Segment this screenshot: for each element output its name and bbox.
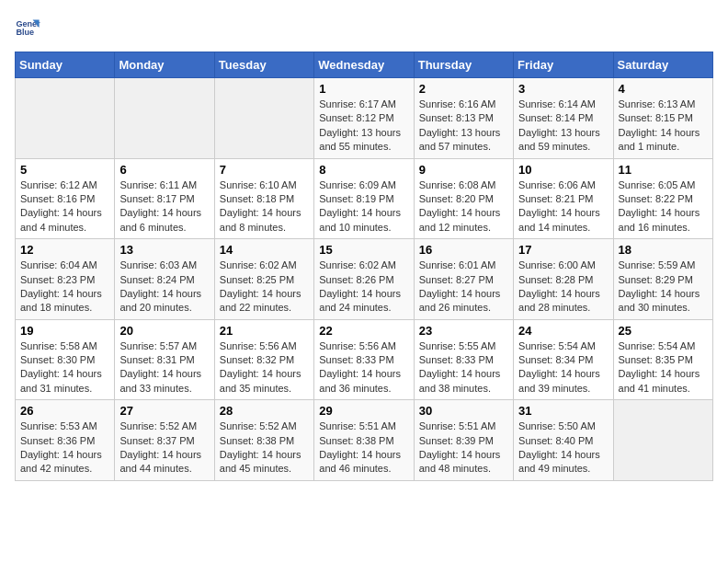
day-info: Sunrise: 6:06 AMSunset: 8:21 PMDaylight:… xyxy=(518,178,608,236)
day-number: 10 xyxy=(518,163,608,177)
day-number: 21 xyxy=(220,324,309,338)
calendar-cell: 2Sunrise: 6:16 AMSunset: 8:13 PMDaylight… xyxy=(414,78,513,159)
day-info: Sunrise: 5:57 AMSunset: 8:31 PMDaylight:… xyxy=(119,339,209,396)
day-info: Sunrise: 6:02 AMSunset: 8:25 PMDaylight:… xyxy=(220,259,309,316)
calendar-cell: 25Sunrise: 5:54 AMSunset: 8:35 PMDayligh… xyxy=(613,319,712,400)
calendar-week-1: 1Sunrise: 6:17 AMSunset: 8:12 PMDaylight… xyxy=(16,78,713,159)
day-info: Sunrise: 6:13 AMSunset: 8:15 PMDaylight:… xyxy=(619,98,708,155)
calendar-cell: 20Sunrise: 5:57 AMSunset: 8:31 PMDayligh… xyxy=(115,319,214,400)
calendar-cell: 9Sunrise: 6:08 AMSunset: 8:20 PMDaylight… xyxy=(414,158,513,239)
day-info: Sunrise: 6:05 AMSunset: 8:22 PMDaylight:… xyxy=(619,178,708,236)
day-info: Sunrise: 6:11 AMSunset: 8:17 PMDaylight:… xyxy=(119,178,209,236)
day-info: Sunrise: 6:09 AMSunset: 8:19 PMDaylight:… xyxy=(319,178,408,236)
calendar-cell xyxy=(214,78,313,159)
calendar-cell: 1Sunrise: 6:17 AMSunset: 8:12 PMDaylight… xyxy=(314,78,414,159)
calendar-cell: 13Sunrise: 6:03 AMSunset: 8:24 PMDayligh… xyxy=(115,239,214,320)
weekday-header-saturday: Saturday xyxy=(613,52,712,78)
day-number: 31 xyxy=(518,404,608,418)
day-info: Sunrise: 5:55 AMSunset: 8:33 PMDaylight:… xyxy=(419,339,508,396)
day-number: 11 xyxy=(619,163,708,177)
weekday-header-friday: Friday xyxy=(514,52,613,78)
calendar-cell: 10Sunrise: 6:06 AMSunset: 8:21 PMDayligh… xyxy=(514,158,613,239)
day-number: 7 xyxy=(220,163,309,177)
day-number: 22 xyxy=(319,324,408,338)
day-info: Sunrise: 6:10 AMSunset: 8:18 PMDaylight:… xyxy=(220,178,309,236)
calendar-cell: 6Sunrise: 6:11 AMSunset: 8:17 PMDaylight… xyxy=(115,158,214,239)
logo-icon: General Blue xyxy=(15,15,40,40)
day-number: 29 xyxy=(319,404,408,418)
day-info: Sunrise: 6:14 AMSunset: 8:14 PMDaylight:… xyxy=(518,98,608,155)
day-number: 17 xyxy=(518,243,608,257)
calendar-header: SundayMondayTuesdayWednesdayThursdayFrid… xyxy=(16,52,713,78)
day-info: Sunrise: 5:56 AMSunset: 8:32 PMDaylight:… xyxy=(220,339,309,396)
day-number: 25 xyxy=(619,324,708,338)
calendar-cell: 22Sunrise: 5:56 AMSunset: 8:33 PMDayligh… xyxy=(314,319,414,400)
calendar-cell xyxy=(16,78,115,159)
weekday-header-tuesday: Tuesday xyxy=(214,52,313,78)
calendar-cell: 19Sunrise: 5:58 AMSunset: 8:30 PMDayligh… xyxy=(16,319,115,400)
day-number: 5 xyxy=(20,163,109,177)
day-info: Sunrise: 5:53 AMSunset: 8:36 PMDaylight:… xyxy=(20,419,109,477)
svg-text:Blue: Blue xyxy=(16,28,34,37)
day-info: Sunrise: 5:50 AMSunset: 8:40 PMDaylight:… xyxy=(518,419,608,477)
calendar-cell: 18Sunrise: 5:59 AMSunset: 8:29 PMDayligh… xyxy=(613,239,712,320)
day-number: 20 xyxy=(119,324,209,338)
day-number: 30 xyxy=(419,404,508,418)
day-info: Sunrise: 6:02 AMSunset: 8:26 PMDaylight:… xyxy=(319,259,408,316)
day-number: 4 xyxy=(619,82,708,96)
day-number: 13 xyxy=(119,243,209,257)
calendar-cell: 29Sunrise: 5:51 AMSunset: 8:38 PMDayligh… xyxy=(314,400,414,481)
calendar-cell: 5Sunrise: 6:12 AMSunset: 8:16 PMDaylight… xyxy=(16,158,115,239)
calendar-cell: 3Sunrise: 6:14 AMSunset: 8:14 PMDaylight… xyxy=(514,78,613,159)
day-number: 1 xyxy=(319,82,408,96)
day-number: 16 xyxy=(419,243,508,257)
calendar-body: 1Sunrise: 6:17 AMSunset: 8:12 PMDaylight… xyxy=(16,78,713,481)
calendar-cell: 27Sunrise: 5:52 AMSunset: 8:37 PMDayligh… xyxy=(115,400,214,481)
day-number: 6 xyxy=(119,163,209,177)
calendar-cell: 30Sunrise: 5:51 AMSunset: 8:39 PMDayligh… xyxy=(414,400,513,481)
day-info: Sunrise: 6:17 AMSunset: 8:12 PMDaylight:… xyxy=(319,98,408,155)
day-number: 23 xyxy=(419,324,508,338)
calendar-cell: 7Sunrise: 6:10 AMSunset: 8:18 PMDaylight… xyxy=(214,158,313,239)
calendar-cell: 26Sunrise: 5:53 AMSunset: 8:36 PMDayligh… xyxy=(16,400,115,481)
day-number: 18 xyxy=(619,243,708,257)
calendar-cell: 12Sunrise: 6:04 AMSunset: 8:23 PMDayligh… xyxy=(16,239,115,320)
day-number: 8 xyxy=(319,163,408,177)
day-info: Sunrise: 6:01 AMSunset: 8:27 PMDaylight:… xyxy=(419,259,508,316)
day-info: Sunrise: 6:08 AMSunset: 8:20 PMDaylight:… xyxy=(419,178,508,236)
day-info: Sunrise: 5:58 AMSunset: 8:30 PMDaylight:… xyxy=(20,339,109,396)
day-info: Sunrise: 5:59 AMSunset: 8:29 PMDaylight:… xyxy=(619,259,708,316)
day-number: 14 xyxy=(220,243,309,257)
calendar-table: SundayMondayTuesdayWednesdayThursdayFrid… xyxy=(15,52,713,481)
page-header: General Blue xyxy=(15,15,713,40)
calendar-cell xyxy=(613,400,712,481)
day-info: Sunrise: 6:03 AMSunset: 8:24 PMDaylight:… xyxy=(119,259,209,316)
day-number: 27 xyxy=(119,404,209,418)
calendar-cell: 23Sunrise: 5:55 AMSunset: 8:33 PMDayligh… xyxy=(414,319,513,400)
calendar-cell: 16Sunrise: 6:01 AMSunset: 8:27 PMDayligh… xyxy=(414,239,513,320)
day-info: Sunrise: 6:16 AMSunset: 8:13 PMDaylight:… xyxy=(419,98,508,155)
weekday-header-wednesday: Wednesday xyxy=(314,52,414,78)
calendar-week-5: 26Sunrise: 5:53 AMSunset: 8:36 PMDayligh… xyxy=(16,400,713,481)
day-number: 12 xyxy=(20,243,109,257)
weekday-header-thursday: Thursday xyxy=(414,52,513,78)
day-number: 24 xyxy=(518,324,608,338)
calendar-cell: 8Sunrise: 6:09 AMSunset: 8:19 PMDaylight… xyxy=(314,158,414,239)
day-info: Sunrise: 6:04 AMSunset: 8:23 PMDaylight:… xyxy=(20,259,109,316)
calendar-cell: 4Sunrise: 6:13 AMSunset: 8:15 PMDaylight… xyxy=(613,78,712,159)
calendar-cell xyxy=(115,78,214,159)
calendar-week-4: 19Sunrise: 5:58 AMSunset: 8:30 PMDayligh… xyxy=(16,319,713,400)
day-info: Sunrise: 5:51 AMSunset: 8:39 PMDaylight:… xyxy=(419,419,508,477)
day-info: Sunrise: 5:56 AMSunset: 8:33 PMDaylight:… xyxy=(319,339,408,396)
calendar-cell: 21Sunrise: 5:56 AMSunset: 8:32 PMDayligh… xyxy=(214,319,313,400)
calendar-week-3: 12Sunrise: 6:04 AMSunset: 8:23 PMDayligh… xyxy=(16,239,713,320)
day-info: Sunrise: 6:00 AMSunset: 8:28 PMDaylight:… xyxy=(518,259,608,316)
calendar-cell: 11Sunrise: 6:05 AMSunset: 8:22 PMDayligh… xyxy=(613,158,712,239)
day-number: 19 xyxy=(20,324,109,338)
day-info: Sunrise: 5:52 AMSunset: 8:37 PMDaylight:… xyxy=(119,419,209,477)
weekday-header-row: SundayMondayTuesdayWednesdayThursdayFrid… xyxy=(16,52,713,78)
day-info: Sunrise: 5:51 AMSunset: 8:38 PMDaylight:… xyxy=(319,419,408,477)
day-info: Sunrise: 5:54 AMSunset: 8:35 PMDaylight:… xyxy=(619,339,708,396)
day-info: Sunrise: 5:52 AMSunset: 8:38 PMDaylight:… xyxy=(220,419,309,477)
weekday-header-sunday: Sunday xyxy=(16,52,115,78)
